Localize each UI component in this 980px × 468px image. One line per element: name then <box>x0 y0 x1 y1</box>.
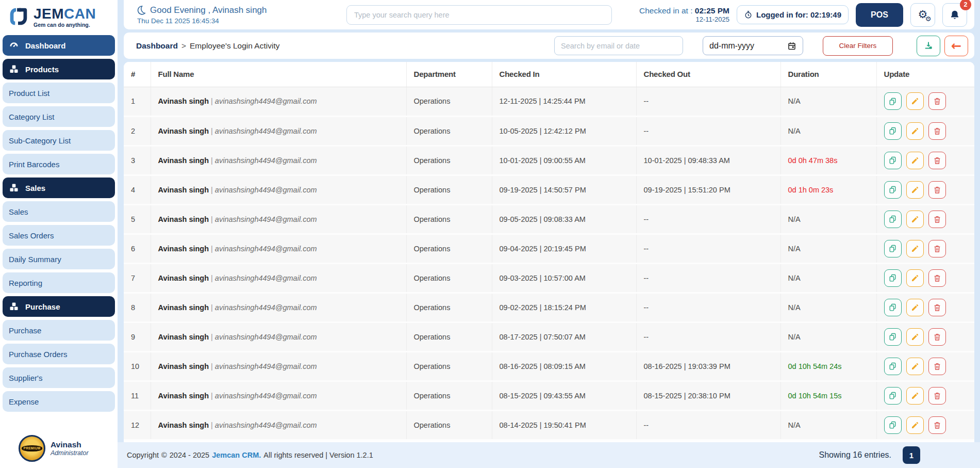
copy-row-button[interactable] <box>884 416 902 434</box>
sidebar-user[interactable]: PREMIUM Avinash Administrator <box>0 431 118 468</box>
duration-cell: N/A <box>780 204 876 234</box>
table-row: 9 Avinash singh|avinashsingh4494@gmail.c… <box>124 322 974 351</box>
footer-brand-link[interactable]: Jemcan CRM. <box>212 451 261 459</box>
duration-cell: 0d 0h 47m 38s <box>780 146 876 175</box>
copy-row-button[interactable] <box>884 92 902 110</box>
sidebar-item-label: Dashboard <box>25 41 65 50</box>
edit-row-button[interactable] <box>906 387 924 405</box>
filter-bar: Dashboard > Employee's Login Activity dd… <box>124 33 974 59</box>
copyright-text: Copyright©2024 - 2025 Jemcan CRM. All ri… <box>127 451 373 459</box>
edit-row-button[interactable] <box>906 240 924 257</box>
sidebar-item-label: Reporting <box>9 279 42 287</box>
edit-row-button[interactable] <box>906 152 924 169</box>
copy-row-button[interactable] <box>884 211 902 228</box>
update-cell <box>876 293 974 322</box>
full-name-cell: Avinash singh|avinashsingh4494@gmail.com <box>151 410 406 440</box>
edit-row-button[interactable] <box>906 416 924 434</box>
trash-icon <box>933 303 941 312</box>
delete-row-button[interactable] <box>928 358 946 375</box>
email-date-search-input[interactable] <box>554 36 683 55</box>
copy-row-button[interactable] <box>884 387 902 405</box>
sidebar-item-purchase[interactable]: Purchase <box>3 320 115 341</box>
sidebar-item-product-list[interactable]: Product List <box>3 83 115 103</box>
sidebar-item-category-list[interactable]: Category List <box>3 106 115 127</box>
edit-row-button[interactable] <box>906 92 924 110</box>
greeting-text: Good Evening , Avinash singh <box>150 5 267 15</box>
global-search-input[interactable] <box>346 5 612 25</box>
download-button[interactable] <box>917 36 940 56</box>
footer: Copyright©2024 - 2025 Jemcan CRM. All ri… <box>118 442 980 468</box>
pos-button[interactable]: POS <box>856 3 903 27</box>
sidebar-item-sales-orders[interactable]: Sales Orders <box>3 225 115 246</box>
sidebar-item-sales[interactable]: Sales <box>3 177 115 198</box>
delete-row-button[interactable] <box>928 181 946 199</box>
sidebar-item-products[interactable]: Products <box>3 59 115 79</box>
cubes-icon <box>9 301 19 312</box>
sidebar-item-purchase-orders[interactable]: Purchase Orders <box>3 344 115 364</box>
back-button[interactable]: ← <box>944 36 968 56</box>
delete-row-button[interactable] <box>928 240 946 257</box>
breadcrumb: Dashboard > Employee's Login Activity <box>136 41 279 51</box>
full-name-cell: Avinash singh|avinashsingh4494@gmail.com <box>151 263 406 293</box>
clear-filters-button[interactable]: Clear Filters <box>823 36 893 56</box>
pencil-icon <box>911 362 919 370</box>
edit-row-button[interactable] <box>906 181 924 199</box>
edit-row-button[interactable] <box>906 328 924 346</box>
sidebar-item-purchase[interactable]: Purchase <box>3 296 115 317</box>
copy-row-button[interactable] <box>884 181 902 199</box>
logged-in-duration[interactable]: Logged in for: 02:19:49 <box>737 5 849 24</box>
pencil-icon <box>911 274 919 282</box>
copyright-icon: © <box>161 451 167 459</box>
sidebar-item-expense[interactable]: Expense <box>3 391 115 412</box>
copy-row-button[interactable] <box>884 122 902 140</box>
copy-icon <box>888 97 897 106</box>
full-name-cell: Avinash singh|avinashsingh4494@gmail.com <box>151 234 406 263</box>
delete-row-button[interactable] <box>928 122 946 140</box>
sidebar-item-sub-category-list[interactable]: Sub-Category List <box>3 130 115 151</box>
copy-row-button[interactable] <box>884 358 902 375</box>
delete-row-button[interactable] <box>928 328 946 346</box>
row-number-cell: 2 <box>124 116 151 146</box>
breadcrumb-dashboard-link[interactable]: Dashboard <box>136 41 178 51</box>
copy-row-button[interactable] <box>884 240 902 257</box>
edit-row-button[interactable] <box>906 211 924 228</box>
delete-row-button[interactable] <box>928 299 946 316</box>
column-header-duration: Duration <box>780 62 876 87</box>
delete-row-button[interactable] <box>928 211 946 228</box>
settings-button[interactable]: ⚙⚙ <box>910 3 935 27</box>
notifications-button[interactable]: 2 <box>942 3 967 27</box>
edit-row-button[interactable] <box>906 358 924 375</box>
sidebar-item-label: Supplier's <box>9 374 42 382</box>
checked-in-cell: 09-02-2025 | 18:15:24 PM <box>492 293 636 322</box>
department-cell: Operations <box>406 87 492 116</box>
copy-row-button[interactable] <box>884 328 902 346</box>
delete-row-button[interactable] <box>928 152 946 169</box>
update-cell <box>876 204 974 234</box>
pagination-page-1-button[interactable]: 1 <box>903 446 920 464</box>
delete-row-button[interactable] <box>928 416 946 434</box>
edit-row-button[interactable] <box>906 269 924 287</box>
sidebar-item-reporting[interactable]: Reporting <box>3 272 115 293</box>
copy-row-button[interactable] <box>884 299 902 316</box>
delete-row-button[interactable] <box>928 387 946 405</box>
delete-row-button[interactable] <box>928 269 946 287</box>
notification-count-badge: 2 <box>960 0 971 10</box>
pencil-icon <box>911 127 919 135</box>
edit-row-button[interactable] <box>906 299 924 316</box>
checked-out-cell: 09-19-2025 | 15:51:20 PM <box>636 175 780 204</box>
row-number-cell: 1 <box>124 87 151 116</box>
sidebar-item-sales[interactable]: Sales <box>3 201 115 222</box>
sidebar-item-daily-summary[interactable]: Daily Summary <box>3 249 115 269</box>
sidebar-item-supplier-s[interactable]: Supplier's <box>3 367 115 388</box>
checked-out-cell: -- <box>636 293 780 322</box>
delete-row-button[interactable] <box>928 92 946 110</box>
copy-row-button[interactable] <box>884 152 902 169</box>
sidebar-item-label: Sales <box>25 184 45 192</box>
edit-row-button[interactable] <box>906 122 924 140</box>
column-header-checked-in: Checked In <box>492 62 636 87</box>
duration-cell: 0d 10h 54m 24s <box>780 351 876 381</box>
sidebar-item-dashboard[interactable]: Dashboard <box>3 35 115 56</box>
copy-row-button[interactable] <box>884 269 902 287</box>
date-filter-input[interactable]: dd-mm-yyyy <box>703 36 803 55</box>
sidebar-item-print-barcodes[interactable]: Print Barcodes <box>3 154 115 174</box>
